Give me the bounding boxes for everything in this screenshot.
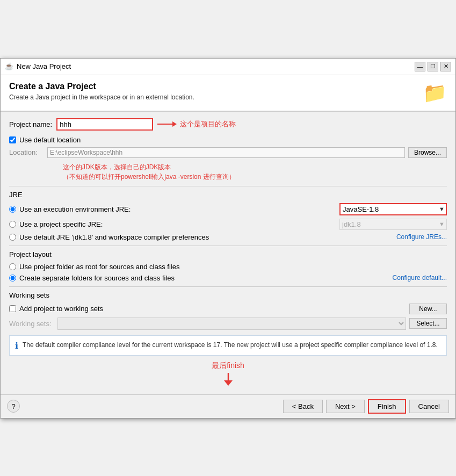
jre-radio3-label: Use default JRE 'jdk1.8' and workspace c…: [19, 233, 209, 241]
location-row: Location: Browse...: [9, 147, 447, 158]
maximize-button[interactable]: ☐: [428, 62, 438, 71]
svg-marker-1: [224, 380, 233, 386]
annotation-arrow: 这个是项目的名称: [157, 119, 236, 129]
project-layout-label: Project layout: [9, 250, 447, 258]
location-input[interactable]: [47, 147, 405, 158]
use-default-location-row: Use default location: [9, 136, 447, 144]
project-name-input[interactable]: [56, 118, 153, 131]
jre-radio2[interactable]: [9, 221, 16, 228]
browse-button[interactable]: Browse...: [408, 147, 447, 158]
working-sets-field-label: Working sets:: [9, 320, 57, 328]
jre-section-label: JRE: [9, 191, 447, 199]
configure-default-link[interactable]: Configure default...: [393, 274, 447, 282]
minimize-button[interactable]: —: [415, 62, 425, 71]
project-name-annotation: 这个是项目的名称: [180, 119, 236, 129]
header-section: Create a Java Project Create a Java proj…: [1, 75, 455, 112]
working-sets-section: Working sets Add project to working sets…: [9, 291, 447, 330]
project-name-row: Project name: 这个是项目的名称: [9, 118, 447, 131]
jre-radio3-row: Use default JRE 'jdk1.8' and workspace c…: [9, 233, 447, 241]
finish-button[interactable]: Finish: [368, 399, 406, 414]
working-sets-label-row: Working sets: Select...: [9, 318, 447, 330]
layout-radio1[interactable]: [9, 263, 16, 270]
select-working-set-button[interactable]: Select...: [409, 318, 447, 329]
add-working-sets-checkbox[interactable]: [9, 305, 16, 312]
add-working-sets-label: Add project to working sets: [19, 305, 103, 313]
jre-dropdown-wrap: JavaSE-1.8 JavaSE-11 JavaSE-17 ▼: [339, 203, 447, 215]
jre-radio1[interactable]: [9, 206, 16, 213]
working-sets-select[interactable]: [57, 318, 406, 330]
jre-radio3[interactable]: [9, 234, 16, 241]
header-icon: 📁: [423, 82, 447, 104]
jre-radio2-label: Use a project specific JRE:: [19, 220, 103, 228]
jre-radio2-row: Use a project specific JRE: jdk1.8 ▼: [9, 219, 447, 230]
header-text: Create a Java Project Create a Java proj…: [9, 82, 194, 101]
finish-annotation: 最后finish: [9, 361, 447, 371]
window-controls: — ☐ ✕: [415, 62, 451, 71]
info-icon: ℹ: [15, 341, 18, 351]
layout-radio1-row: Use project folder as root for sources a…: [9, 263, 447, 271]
configure-jres-link[interactable]: Configure JREs...: [396, 233, 447, 241]
help-button[interactable]: ?: [7, 400, 20, 413]
layout-radio1-label: Use project folder as root for sources a…: [19, 263, 179, 271]
close-button[interactable]: ✕: [440, 62, 451, 71]
working-sets-section-label: Working sets: [9, 291, 447, 299]
layout-radio2-row: Create separate folders for sources and …: [9, 274, 447, 282]
info-section: ℹ The default compiler compliance level …: [9, 335, 447, 356]
jre-specific-dropdown[interactable]: jdk1.8: [339, 219, 447, 230]
layout-radio2[interactable]: [9, 275, 16, 282]
jre-radio1-row: Use an execution environment JRE: JavaSE…: [9, 203, 447, 215]
layout-radio2-label: Create separate folders for sources and …: [19, 274, 175, 282]
header-subtitle: Create a Java project in the workspace o…: [9, 93, 194, 101]
jre-environment-dropdown[interactable]: JavaSE-1.8 JavaSE-11 JavaSE-17: [339, 203, 447, 215]
project-name-label: Project name:: [9, 120, 52, 128]
window-icon: ☕: [5, 62, 13, 71]
header-title: Create a Java Project: [9, 82, 194, 91]
back-button[interactable]: < Back: [283, 400, 323, 413]
jre-dropdown-container: JavaSE-1.8 JavaSE-11 JavaSE-17 ▼: [339, 203, 447, 215]
cancel-button[interactable]: Cancel: [409, 400, 449, 413]
add-working-sets-row: Add project to working sets New...: [9, 304, 447, 314]
info-text: The default compiler compliance level fo…: [23, 340, 438, 350]
dialog-content: Project name: 这个是项目的名称 Use default locat…: [1, 112, 455, 394]
jre-dropdown2-wrap: jdk1.8 ▼: [339, 219, 447, 230]
finish-arrow-down: [9, 373, 447, 386]
new-working-set-button[interactable]: New...: [409, 304, 447, 314]
use-default-location-checkbox[interactable]: [9, 136, 16, 143]
down-arrow-svg: [220, 373, 236, 386]
next-button[interactable]: Next >: [326, 400, 365, 413]
use-default-location-label: Use default location: [19, 136, 81, 144]
bottom-bar: ? < Back Next > Finish Cancel: [1, 394, 455, 418]
jre-dropdown2-container: jdk1.8 ▼: [339, 219, 447, 230]
jre-note: 这个的JDK版本，选择自己的JDK版本 （不知道的可以打开powershell输…: [63, 162, 447, 182]
jre-radio1-label: Use an execution environment JRE:: [19, 205, 131, 213]
title-bar: ☕ New Java Project — ☐ ✕: [1, 59, 455, 75]
dialog-window: ☕ New Java Project — ☐ ✕ Create a Java P…: [0, 58, 456, 419]
location-label: Location:: [9, 148, 44, 156]
window-title: New Java Project: [17, 62, 411, 70]
